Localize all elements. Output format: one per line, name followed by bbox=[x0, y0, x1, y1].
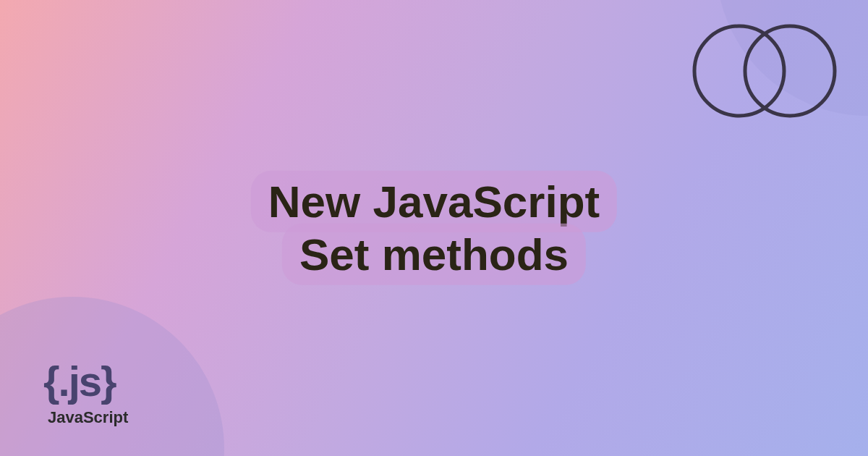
js-logo-icon: {.js} bbox=[43, 360, 128, 402]
hero-banner: New JavaScript Set methods {.js} JavaScr… bbox=[0, 0, 868, 456]
svg-point-1 bbox=[745, 26, 835, 116]
logo-block: {.js} JavaScript bbox=[43, 360, 128, 427]
page-title-line-2: Set methods bbox=[282, 224, 586, 285]
svg-point-0 bbox=[694, 26, 784, 116]
title-container: New JavaScript Set methods bbox=[251, 175, 617, 281]
logo-label: JavaScript bbox=[48, 408, 128, 427]
venn-diagram-icon bbox=[689, 20, 841, 122]
